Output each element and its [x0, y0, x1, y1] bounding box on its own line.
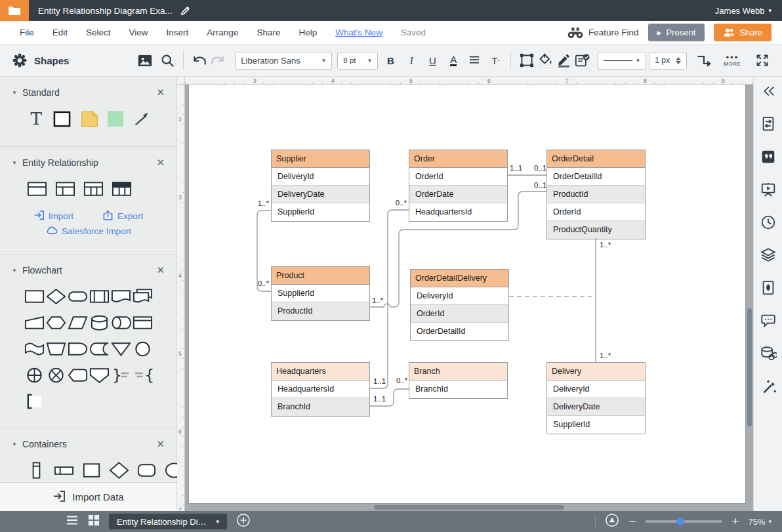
connector-type-button[interactable]: [695, 51, 713, 70]
shape-connector[interactable]: [133, 340, 154, 358]
entity-row[interactable]: DeliveryDate: [547, 398, 645, 416]
fill-color-button[interactable]: [536, 51, 554, 70]
line-width-stepper[interactable]: 1 px: [649, 52, 687, 70]
entity-header[interactable]: Supplier: [272, 150, 369, 168]
present-icon[interactable]: [759, 180, 777, 199]
user-menu[interactable]: James Webb ▾: [715, 6, 772, 16]
entity-header[interactable]: Order: [409, 150, 507, 168]
shape-stored-data[interactable]: [89, 340, 110, 358]
line-style-select[interactable]: ▼: [598, 52, 646, 70]
shape-database[interactable]: [89, 314, 110, 332]
comments-icon[interactable]: [759, 312, 777, 330]
shape-multiple-documents[interactable]: [133, 287, 154, 306]
shape-er-entity-columns[interactable]: [111, 180, 132, 198]
entity-header[interactable]: Delivery: [547, 363, 645, 380]
entity-row[interactable]: DeliveryId: [411, 287, 508, 305]
add-page-button[interactable]: [236, 513, 251, 530]
shape-decision[interactable]: [45, 287, 66, 306]
shape-terminator[interactable]: [67, 287, 88, 306]
entity-orderdetail[interactable]: OrderDetailOrderDetailIdProductIdOrderId…: [546, 150, 646, 239]
shape-paper-tape[interactable]: [24, 340, 45, 358]
entity-row[interactable]: ProductId: [272, 302, 369, 320]
collapse-triangle-icon[interactable]: ▼: [12, 441, 17, 447]
entity-header[interactable]: Product: [272, 267, 369, 285]
section-header[interactable]: ▼ Containers ✕: [12, 436, 165, 452]
zoom-out-button[interactable]: −: [628, 514, 636, 529]
shape-text-bracket[interactable]: [24, 392, 45, 411]
zoom-slider-thumb[interactable]: [676, 518, 684, 525]
insert-image-button[interactable]: [136, 51, 154, 70]
collapse-triangle-icon[interactable]: ▼: [12, 90, 17, 96]
entity-row[interactable]: BranchId: [409, 380, 507, 398]
shape-diamond-container[interactable]: [109, 461, 129, 480]
menu-select[interactable]: Select: [77, 28, 120, 37]
entity-row[interactable]: SupplierId: [272, 285, 369, 302]
section-header[interactable]: ▼ Standard ✕: [12, 85, 165, 100]
shape-off-page-connector[interactable]: [89, 366, 110, 384]
entity-header[interactable]: Branch: [409, 363, 507, 380]
entity-row[interactable]: OrderDetailId: [411, 323, 508, 340]
entity-row[interactable]: HeadquartersId: [272, 380, 369, 398]
entity-branch[interactable]: BranchBranchId: [409, 362, 508, 399]
collapse-icon[interactable]: [759, 82, 777, 100]
shape-line[interactable]: [133, 110, 152, 128]
document-settings-icon[interactable]: [759, 115, 777, 133]
history-icon[interactable]: [759, 213, 777, 232]
edit-title-button[interactable]: [180, 6, 190, 16]
shape-predefined-process[interactable]: [89, 287, 110, 306]
section-header[interactable]: ▼ Entity Relationship ✕: [12, 155, 165, 171]
page-grid-button[interactable]: [88, 514, 100, 529]
shape-display[interactable]: [67, 366, 88, 384]
text-options-button[interactable]: T‑: [487, 52, 504, 69]
shape-note[interactable]: [79, 110, 99, 128]
document-title[interactable]: Entity Relationship Diagram Exa...: [38, 6, 173, 16]
theme-icon[interactable]: [759, 279, 777, 297]
entity-product[interactable]: ProductSupplierIdProductId: [271, 266, 370, 321]
shape-data[interactable]: [67, 314, 88, 332]
canvas[interactable]: SupplierDeliveryIdDeliveryDateSupplierId…: [185, 85, 753, 511]
feature-find-button[interactable]: Feature Find: [567, 26, 639, 39]
menu-file[interactable]: File: [10, 28, 43, 37]
vertical-scrollbar[interactable]: [747, 308, 752, 426]
entity-order[interactable]: OrderOrderIdOrderDateHeadquartersId: [409, 150, 508, 222]
menu-view[interactable]: View: [120, 28, 157, 37]
menu-insert[interactable]: Insert: [157, 28, 198, 37]
shapes-toggle-button[interactable]: [10, 51, 29, 70]
entity-row[interactable]: DeliveryId: [272, 168, 369, 186]
stepper-arrows-icon[interactable]: [676, 57, 681, 64]
shape-vertical-container[interactable]: [26, 461, 47, 480]
entity-headquarters[interactable]: HeadquartersHeadquartersIdBranchId: [271, 362, 370, 417]
search-shapes-button[interactable]: [158, 51, 176, 70]
import-link[interactable]: Import: [33, 210, 73, 222]
entity-row[interactable]: OrderId: [411, 305, 508, 323]
shape-er-entity[interactable]: [26, 180, 47, 198]
layers-icon[interactable]: [759, 246, 777, 264]
close-icon[interactable]: ✕: [156, 438, 165, 450]
menu-help[interactable]: Help: [289, 28, 326, 37]
entity-row[interactable]: OrderId: [547, 203, 645, 221]
fullscreen-button[interactable]: [753, 51, 772, 70]
shape-options-button[interactable]: [518, 51, 536, 70]
shape-summing-junction[interactable]: [45, 366, 66, 384]
entity-header[interactable]: OrderDetailDelivery: [411, 270, 508, 287]
close-icon[interactable]: ✕: [156, 87, 165, 98]
text-align-button[interactable]: [466, 52, 483, 69]
entity-row[interactable]: ProductId: [547, 186, 645, 203]
horizontal-scrollbar[interactable]: [374, 505, 564, 510]
italic-button[interactable]: I: [403, 52, 420, 69]
entity-delivery[interactable]: DeliveryDeliveryIdDeliveryDateSupplierId: [546, 362, 646, 434]
entity-orderdetaildelivery[interactable]: OrderDetailDeliveryDeliveryIdOrderIdOrde…: [410, 269, 509, 341]
page-list-button[interactable]: [66, 515, 79, 528]
export-link[interactable]: Export: [102, 210, 143, 222]
entity-row[interactable]: HeadquartersId: [409, 203, 507, 221]
shape-rectangle[interactable]: [52, 110, 72, 128]
entity-row[interactable]: ProductQuantity: [547, 221, 645, 239]
text-color-button[interactable]: A: [445, 52, 462, 69]
notes-icon[interactable]: [759, 148, 777, 166]
shape-delay[interactable]: [67, 340, 88, 358]
line-color-button[interactable]: [554, 51, 573, 70]
collapse-triangle-icon[interactable]: ▼: [12, 268, 17, 274]
shape-brace-right[interactable]: }: [111, 366, 132, 384]
shape-direct-access-storage[interactable]: [111, 314, 132, 332]
shape-text[interactable]: T: [26, 110, 45, 128]
